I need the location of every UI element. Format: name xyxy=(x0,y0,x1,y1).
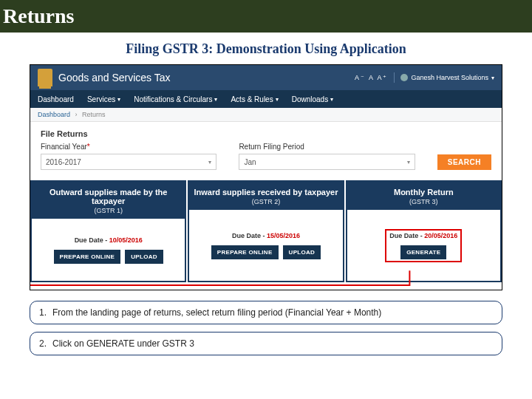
card-gstr3: Monthly Return (GSTR 3) Due Date - 20/05… xyxy=(346,180,502,282)
due-line: Due Date - 15/05/2016 xyxy=(232,232,300,239)
return-period-field: Return Filing Period Jan ▾ xyxy=(239,143,415,170)
step-1: 1 From the landing page of returns, sele… xyxy=(30,301,502,324)
step-text: From the landing page of returns, select… xyxy=(52,307,381,318)
instruction-steps: 1 From the landing page of returns, sele… xyxy=(30,301,502,355)
card-title: Outward supplies made by the taxpayer xyxy=(35,188,182,205)
chevron-down-icon: ▾ xyxy=(208,159,211,166)
period-label: Return Filing Period xyxy=(239,143,415,151)
nav-services[interactable]: Services▾ xyxy=(87,95,120,103)
due-date: 10/05/2016 xyxy=(109,236,143,244)
card-gstr1: Outward supplies made by the taxpayer (G… xyxy=(30,180,188,282)
chevron-down-icon: ▾ xyxy=(491,75,494,81)
body-area: File Returns Financial Year 2016-2017 ▾ … xyxy=(30,122,502,282)
card-title: Monthly Return xyxy=(350,188,497,197)
chevron-down-icon: ▾ xyxy=(330,96,333,103)
nav-downloads[interactable]: Downloads▾ xyxy=(292,95,333,103)
step-text: Click on GENERATE under GSTR 3 xyxy=(52,338,194,349)
section-heading: File Returns xyxy=(41,129,491,138)
fy-value: 2016-2017 xyxy=(46,158,81,166)
generate-button[interactable]: GENERATE xyxy=(400,245,446,259)
slide-title-bar: Returns xyxy=(0,0,532,33)
chevron-down-icon: ▾ xyxy=(214,96,217,103)
prepare-online-button[interactable]: PREPARE ONLINE xyxy=(54,250,121,264)
breadcrumb-current: Returns xyxy=(82,111,106,118)
step-number: 1 xyxy=(39,307,52,318)
app-nav: Dashboard Services▾ Notifications & Circ… xyxy=(30,90,502,108)
period-value: Jan xyxy=(244,158,256,166)
card-gstr2: Inward supplies received by taxpayer (GS… xyxy=(188,180,345,282)
user-menu[interactable]: Ganesh Harvest Solutions ▾ xyxy=(400,74,494,81)
filter-row: Financial Year 2016-2017 ▾ Return Filing… xyxy=(41,143,491,170)
breadcrumb-separator: › xyxy=(75,111,78,118)
due-line: Due Date - 20/05/2016 xyxy=(389,232,457,239)
upload-button[interactable]: UPLOAD xyxy=(283,245,321,259)
financial-year-field: Financial Year 2016-2017 ▾ xyxy=(41,143,216,170)
slide-title: Returns xyxy=(3,4,529,28)
period-select[interactable]: Jan ▾ xyxy=(239,154,415,170)
app-screenshot-frame: Goods and Services Tax A⁻ A A⁺ Ganesh Ha… xyxy=(30,64,502,290)
prepare-online-button[interactable]: PREPARE ONLINE xyxy=(211,245,279,259)
font-size-control[interactable]: A⁻ A A⁺ xyxy=(355,74,389,81)
nav-acts[interactable]: Acts & Rules▾ xyxy=(231,95,278,103)
user-name: Ganesh Harvest Solutions xyxy=(411,74,488,81)
card-subtitle: (GSTR 2) xyxy=(192,198,339,205)
user-icon xyxy=(400,74,408,81)
due-line: Due Date - 10/05/2016 xyxy=(75,236,143,244)
highlight-annotation: Due Date - 20/05/2016 GENERATE xyxy=(385,229,462,262)
chevron-down-icon: ▾ xyxy=(117,96,120,103)
step-number: 2 xyxy=(39,338,52,349)
divider xyxy=(394,72,395,83)
fy-select[interactable]: 2016-2017 ▾ xyxy=(41,154,216,170)
card-subtitle: (GSTR 3) xyxy=(350,198,497,205)
step-2: 2 Click on GENERATE under GSTR 3 xyxy=(30,332,502,355)
breadcrumb-root[interactable]: Dashboard xyxy=(38,111,70,118)
search-button[interactable]: SEARCH xyxy=(437,154,491,170)
emblem-icon xyxy=(38,69,52,86)
nav-dashboard[interactable]: Dashboard xyxy=(38,95,74,103)
return-cards: Outward supplies made by the taxpayer (G… xyxy=(30,180,502,282)
due-date: 15/05/2016 xyxy=(267,232,300,239)
chevron-down-icon: ▾ xyxy=(407,159,410,166)
fy-label: Financial Year xyxy=(41,143,216,151)
breadcrumb: Dashboard › Returns xyxy=(30,108,502,122)
card-subtitle: (GSTR 1) xyxy=(35,207,182,214)
chevron-down-icon: ▾ xyxy=(276,96,279,103)
header-right: A⁻ A A⁺ Ganesh Harvest Solutions ▾ xyxy=(355,72,494,83)
app-header: Goods and Services Tax A⁻ A A⁺ Ganesh Ha… xyxy=(30,65,502,90)
slide-subtitle: Filing GSTR 3: Demonstration Using Appli… xyxy=(0,33,532,64)
nav-notifications[interactable]: Notifications & Circulars▾ xyxy=(134,95,217,103)
due-date: 20/05/2016 xyxy=(424,232,457,239)
card-title: Inward supplies received by taxpayer xyxy=(192,188,339,197)
upload-button[interactable]: UPLOAD xyxy=(125,250,163,264)
app-title: Goods and Services Tax xyxy=(58,72,355,83)
